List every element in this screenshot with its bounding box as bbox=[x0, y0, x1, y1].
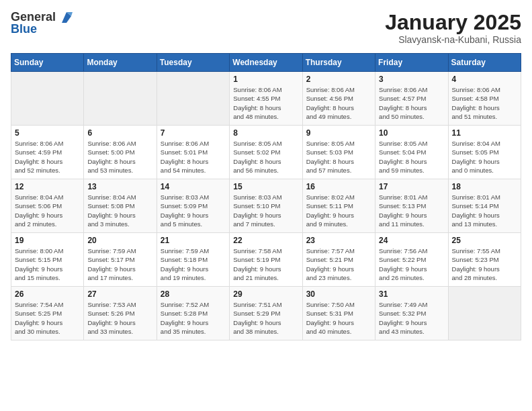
day-number: 27 bbox=[87, 289, 152, 299]
day-number: 30 bbox=[306, 289, 371, 299]
day-info: Sunrise: 8:00 AM Sunset: 5:15 PM Dayligh… bbox=[15, 246, 80, 282]
calendar-cell: 27Sunrise: 7:53 AM Sunset: 5:26 PM Dayli… bbox=[84, 287, 157, 340]
calendar-cell: 30Sunrise: 7:50 AM Sunset: 5:31 PM Dayli… bbox=[302, 287, 375, 340]
calendar-cell: 10Sunrise: 8:05 AM Sunset: 5:04 PM Dayli… bbox=[375, 126, 448, 179]
day-info: Sunrise: 8:06 AM Sunset: 4:56 PM Dayligh… bbox=[306, 85, 371, 121]
day-number: 31 bbox=[379, 289, 444, 299]
day-info: Sunrise: 8:01 AM Sunset: 5:13 PM Dayligh… bbox=[379, 193, 444, 228]
day-info: Sunrise: 8:06 AM Sunset: 5:01 PM Dayligh… bbox=[161, 139, 226, 175]
day-number: 13 bbox=[87, 182, 152, 191]
calendar-cell: 6Sunrise: 8:06 AM Sunset: 5:00 PM Daylig… bbox=[84, 126, 157, 179]
page-header: General Blue January 2025 Slavyansk-na-K… bbox=[11, 11, 521, 45]
day-info: Sunrise: 8:03 AM Sunset: 5:09 PM Dayligh… bbox=[161, 193, 226, 228]
day-info: Sunrise: 8:05 AM Sunset: 5:04 PM Dayligh… bbox=[379, 139, 444, 175]
day-info: Sunrise: 7:58 AM Sunset: 5:19 PM Dayligh… bbox=[233, 246, 298, 282]
day-info: Sunrise: 8:05 AM Sunset: 5:03 PM Dayligh… bbox=[306, 139, 371, 175]
calendar-week-1: 1Sunrise: 8:06 AM Sunset: 4:55 PM Daylig… bbox=[11, 72, 521, 126]
calendar-cell: 17Sunrise: 8:01 AM Sunset: 5:13 PM Dayli… bbox=[375, 179, 448, 233]
calendar-week-4: 19Sunrise: 8:00 AM Sunset: 5:15 PM Dayli… bbox=[11, 233, 521, 287]
day-info: Sunrise: 8:02 AM Sunset: 5:11 PM Dayligh… bbox=[306, 193, 371, 228]
title-block: January 2025 Slavyansk-na-Kubani, Russia bbox=[385, 11, 521, 45]
day-info: Sunrise: 8:06 AM Sunset: 4:59 PM Dayligh… bbox=[15, 139, 80, 175]
day-number: 7 bbox=[161, 128, 226, 138]
calendar-cell: 21Sunrise: 7:59 AM Sunset: 5:18 PM Dayli… bbox=[157, 233, 229, 287]
calendar-cell: 23Sunrise: 7:57 AM Sunset: 5:21 PM Dayli… bbox=[302, 233, 375, 287]
calendar-cell bbox=[448, 287, 521, 340]
calendar-cell: 28Sunrise: 7:52 AM Sunset: 5:28 PM Dayli… bbox=[157, 287, 229, 340]
calendar-week-5: 26Sunrise: 7:54 AM Sunset: 5:25 PM Dayli… bbox=[11, 287, 521, 340]
weekday-header-tuesday: Tuesday bbox=[157, 54, 229, 72]
day-number: 5 bbox=[15, 128, 80, 138]
calendar-cell: 1Sunrise: 8:06 AM Sunset: 4:55 PM Daylig… bbox=[230, 72, 302, 126]
calendar-cell: 2Sunrise: 8:06 AM Sunset: 4:56 PM Daylig… bbox=[302, 72, 375, 126]
location-subtitle: Slavyansk-na-Kubani, Russia bbox=[385, 34, 521, 45]
day-number: 19 bbox=[15, 236, 80, 245]
logo: General Blue bbox=[11, 11, 74, 36]
calendar-cell: 22Sunrise: 7:58 AM Sunset: 5:19 PM Dayli… bbox=[230, 233, 302, 287]
day-info: Sunrise: 8:04 AM Sunset: 5:06 PM Dayligh… bbox=[15, 193, 80, 228]
day-number: 29 bbox=[233, 289, 298, 299]
calendar-cell: 7Sunrise: 8:06 AM Sunset: 5:01 PM Daylig… bbox=[157, 126, 229, 179]
day-info: Sunrise: 7:50 AM Sunset: 5:31 PM Dayligh… bbox=[306, 300, 371, 336]
day-number: 23 bbox=[306, 236, 371, 245]
day-number: 18 bbox=[452, 182, 517, 191]
day-number: 3 bbox=[379, 75, 444, 84]
calendar-cell: 24Sunrise: 7:56 AM Sunset: 5:22 PM Dayli… bbox=[375, 233, 448, 287]
day-number: 24 bbox=[379, 236, 444, 245]
day-number: 16 bbox=[306, 182, 371, 191]
day-number: 4 bbox=[452, 75, 517, 84]
day-info: Sunrise: 7:57 AM Sunset: 5:21 PM Dayligh… bbox=[306, 246, 371, 282]
calendar-cell: 15Sunrise: 8:03 AM Sunset: 5:10 PM Dayli… bbox=[230, 179, 302, 233]
day-info: Sunrise: 8:04 AM Sunset: 5:08 PM Dayligh… bbox=[87, 193, 152, 228]
day-number: 10 bbox=[379, 128, 444, 138]
day-number: 8 bbox=[233, 128, 298, 138]
weekday-header-row: SundayMondayTuesdayWednesdayThursdayFrid… bbox=[11, 54, 521, 72]
calendar-cell: 20Sunrise: 7:59 AM Sunset: 5:17 PM Dayli… bbox=[84, 233, 157, 287]
day-info: Sunrise: 8:06 AM Sunset: 4:55 PM Dayligh… bbox=[233, 85, 298, 121]
day-info: Sunrise: 7:59 AM Sunset: 5:18 PM Dayligh… bbox=[161, 246, 226, 282]
day-number: 9 bbox=[306, 128, 371, 138]
calendar-table: SundayMondayTuesdayWednesdayThursdayFrid… bbox=[11, 53, 521, 340]
day-number: 17 bbox=[379, 182, 444, 191]
day-number: 26 bbox=[15, 289, 80, 299]
calendar-cell: 13Sunrise: 8:04 AM Sunset: 5:08 PM Dayli… bbox=[84, 179, 157, 233]
weekday-header-monday: Monday bbox=[84, 54, 157, 72]
calendar-cell: 25Sunrise: 7:55 AM Sunset: 5:23 PM Dayli… bbox=[448, 233, 521, 287]
calendar-cell: 3Sunrise: 8:06 AM Sunset: 4:57 PM Daylig… bbox=[375, 72, 448, 126]
day-info: Sunrise: 7:54 AM Sunset: 5:25 PM Dayligh… bbox=[15, 300, 80, 336]
day-number: 28 bbox=[161, 289, 226, 299]
day-number: 21 bbox=[161, 236, 226, 245]
day-info: Sunrise: 7:55 AM Sunset: 5:23 PM Dayligh… bbox=[452, 246, 517, 282]
calendar-cell: 16Sunrise: 8:02 AM Sunset: 5:11 PM Dayli… bbox=[302, 179, 375, 233]
day-info: Sunrise: 8:06 AM Sunset: 5:00 PM Dayligh… bbox=[87, 139, 152, 175]
calendar-cell: 4Sunrise: 8:06 AM Sunset: 4:58 PM Daylig… bbox=[448, 72, 521, 126]
logo-blue: Blue bbox=[11, 22, 37, 36]
calendar-cell: 5Sunrise: 8:06 AM Sunset: 4:59 PM Daylig… bbox=[11, 126, 84, 179]
day-info: Sunrise: 7:56 AM Sunset: 5:22 PM Dayligh… bbox=[379, 246, 444, 282]
day-info: Sunrise: 8:05 AM Sunset: 5:02 PM Dayligh… bbox=[233, 139, 298, 175]
day-info: Sunrise: 7:53 AM Sunset: 5:26 PM Dayligh… bbox=[87, 300, 152, 336]
calendar-cell: 19Sunrise: 8:00 AM Sunset: 5:15 PM Dayli… bbox=[11, 233, 84, 287]
day-info: Sunrise: 8:01 AM Sunset: 5:14 PM Dayligh… bbox=[452, 193, 517, 228]
day-info: Sunrise: 7:52 AM Sunset: 5:28 PM Dayligh… bbox=[161, 300, 226, 336]
day-info: Sunrise: 8:06 AM Sunset: 4:58 PM Dayligh… bbox=[452, 85, 517, 121]
calendar-cell: 11Sunrise: 8:04 AM Sunset: 5:05 PM Dayli… bbox=[448, 126, 521, 179]
day-number: 1 bbox=[233, 75, 298, 84]
calendar-cell bbox=[11, 72, 84, 126]
calendar-week-3: 12Sunrise: 8:04 AM Sunset: 5:06 PM Dayli… bbox=[11, 179, 521, 233]
calendar-week-2: 5Sunrise: 8:06 AM Sunset: 4:59 PM Daylig… bbox=[11, 126, 521, 179]
calendar-cell: 8Sunrise: 8:05 AM Sunset: 5:02 PM Daylig… bbox=[230, 126, 302, 179]
day-info: Sunrise: 7:49 AM Sunset: 5:32 PM Dayligh… bbox=[379, 300, 444, 336]
day-number: 6 bbox=[87, 128, 152, 138]
day-number: 25 bbox=[452, 236, 517, 245]
calendar-cell: 14Sunrise: 8:03 AM Sunset: 5:09 PM Dayli… bbox=[157, 179, 229, 233]
day-info: Sunrise: 8:03 AM Sunset: 5:10 PM Dayligh… bbox=[233, 193, 298, 228]
calendar-cell: 29Sunrise: 7:51 AM Sunset: 5:29 PM Dayli… bbox=[230, 287, 302, 340]
weekday-header-wednesday: Wednesday bbox=[230, 54, 302, 72]
calendar-cell: 9Sunrise: 8:05 AM Sunset: 5:03 PM Daylig… bbox=[302, 126, 375, 179]
logo-general: General bbox=[11, 10, 56, 24]
day-number: 2 bbox=[306, 75, 371, 84]
day-info: Sunrise: 8:06 AM Sunset: 4:57 PM Dayligh… bbox=[379, 85, 444, 121]
day-number: 14 bbox=[161, 182, 226, 191]
day-info: Sunrise: 7:59 AM Sunset: 5:17 PM Dayligh… bbox=[87, 246, 152, 282]
